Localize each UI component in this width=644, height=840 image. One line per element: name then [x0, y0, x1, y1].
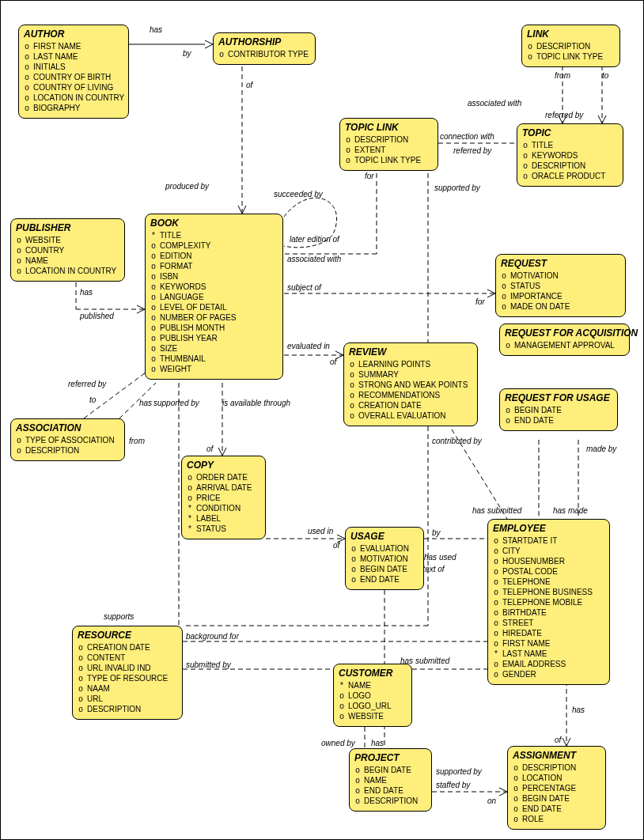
svg-text:on: on	[487, 796, 497, 805]
svg-line-7	[242, 206, 246, 214]
entity-attribute: oLEVEL OF DETAIL	[150, 302, 278, 312]
entity-attribute: oNAAM	[78, 683, 177, 694]
svg-text:for: for	[475, 297, 485, 306]
entity-copy: COPYoORDER DATEoARRIVAL DATEoPRICE*CONDI…	[181, 456, 266, 539]
svg-text:submitted by: submitted by	[186, 660, 232, 669]
entity-attribute: oARRIVAL DATE	[187, 482, 260, 493]
svg-text:has used: has used	[424, 553, 456, 562]
entity-attribute: oMOTIVATION	[501, 271, 620, 281]
svg-line-45	[335, 351, 343, 355]
entity-attribute: oLEARNING POINTS	[349, 359, 472, 369]
svg-line-18	[563, 115, 566, 123]
entity-attribute: oRECOMMENDATIONS	[349, 390, 472, 400]
entity-usage: USAGEoEVALUATIONoMOTIVATIONoBEGIN DATEoE…	[345, 527, 424, 590]
entity-request: REQUESToMOTIVATIONoSTATUSoIMPORTANCEoMAD…	[495, 254, 626, 317]
svg-text:by: by	[183, 49, 192, 58]
entity-attribute: oMADE ON DATE	[501, 301, 620, 312]
entity-attribute: oGENDER	[493, 669, 604, 679]
entity-attribute: oHOUSENUMBER	[493, 556, 604, 566]
entity-attribute: oDESCRIPTION	[527, 41, 615, 51]
entity-attribute: oTYPE OF ASSOCIATION	[16, 435, 119, 445]
svg-text:subject of: subject of	[287, 283, 322, 292]
svg-text:used in: used in	[308, 527, 334, 535]
svg-line-49	[84, 373, 146, 418]
entity-book: BOOK*TITLEoCOMPLEXITYoEDITIONoFORMAToISB…	[145, 214, 283, 380]
entity-attribute: oEND DATE	[350, 574, 419, 585]
entity-attribute: oKEYWORDS	[522, 150, 618, 161]
entity-review: REVIEWoLEARNING POINTSoSUMMARYoSTRONG AN…	[343, 342, 478, 426]
svg-line-20	[602, 115, 606, 123]
entity-attribute: oDESCRIPTION	[513, 762, 600, 773]
entity-attribute: oTHUMBNAIL	[150, 354, 278, 364]
entity-association: ASSOCIATIONoTYPE OF ASSOCIATIONoDESCRIPT…	[10, 418, 125, 461]
entity-attribute: oINITIALS	[24, 62, 123, 72]
entity-attribute: oBEGIN DATE	[513, 793, 600, 804]
entity-attribute: oPOSTAL CODE	[493, 566, 604, 577]
svg-line-63	[337, 535, 345, 539]
entity-attribute: oIMPORTANCE	[501, 291, 620, 301]
entity-attribute: oLOCATION IN COUNTRY	[16, 266, 119, 276]
svg-text:produced by: produced by	[165, 182, 210, 191]
svg-text:has: has	[80, 288, 93, 297]
svg-text:supported by: supported by	[434, 184, 481, 192]
entity-attribute: oURL INVALID IND	[78, 663, 177, 673]
svg-text:has made: has made	[553, 506, 588, 515]
entity-attribute: oLANGUAGE	[150, 292, 278, 302]
svg-line-94	[563, 738, 566, 746]
entity-title: USAGE	[350, 531, 419, 542]
entity-attribute: oLAST NAME	[24, 51, 123, 62]
entity-attribute: oCREATION DATE	[349, 400, 472, 411]
entity-attribute: oFORMAT	[150, 261, 278, 271]
svg-text:of: of	[330, 358, 338, 366]
entity-attribute: oPUBLISH MONTH	[150, 323, 278, 333]
entity-attribute: *STATUS	[187, 524, 260, 534]
svg-text:has: has	[371, 739, 384, 747]
entity-attribute: oTELEPHONE	[493, 577, 604, 587]
entity-attribute: oTOPIC LINK TYPE	[527, 51, 615, 62]
svg-line-19	[598, 115, 602, 123]
entity-attribute: oNAME	[16, 255, 119, 266]
entity-attribute: *TITLE	[150, 230, 278, 240]
entity-topic: TOPICoTITLEoKEYWORDSoDESCRIPTIONoORACLE …	[517, 123, 623, 187]
entity-attribute: oTYPE OF RESOURCE	[78, 673, 177, 683]
entity-attribute: oEXTENT	[345, 145, 433, 155]
entity-assignment: ASSIGNMENToDESCRIPTIONoLOCATIONoPERCENTA…	[507, 746, 606, 830]
svg-text:connection with: connection with	[440, 132, 494, 141]
entity-resource: RESOURCEoCREATION DATEoCONTENToURL INVAL…	[72, 626, 183, 720]
svg-line-2	[205, 44, 213, 48]
entity-attribute: *CONDITION	[187, 503, 260, 513]
entity-title: TOPIC	[522, 127, 618, 138]
entity-attribute: oKEYWORDS	[150, 282, 278, 292]
svg-line-36	[137, 309, 145, 313]
entity-title: LINK	[527, 28, 615, 40]
entity-requsage: REQUEST FOR USAGEoBEGIN DATEoEND DATE	[499, 388, 618, 431]
entity-authorship: AUTHORSHIPoCONTRIBUTOR TYPE	[213, 32, 316, 65]
entity-attribute: *LAST NAME	[493, 649, 604, 659]
entity-title: RESOURCE	[78, 630, 177, 641]
entity-attribute: *LABEL	[187, 513, 260, 524]
entity-attribute: oORACLE PRODUCT	[522, 171, 618, 181]
entity-employee: EMPLOYEEoSTARTDATE IToCITYoHOUSENUMBERoP…	[487, 519, 610, 685]
entity-attribute: oFIRST NAME	[493, 638, 604, 649]
entity-project: PROJECToBEGIN DATEoNAMEoEND DATEoDESCRIP…	[349, 748, 432, 812]
svg-text:succeeded by: succeeded by	[274, 190, 324, 199]
entity-publisher: PUBLISHERoWEBSITEoCOUNTRYoNAMEoLOCATION …	[10, 218, 125, 282]
svg-line-55	[218, 448, 222, 456]
entity-title: BOOK	[150, 218, 278, 229]
svg-text:associated with: associated with	[287, 255, 342, 263]
svg-text:made by: made by	[586, 445, 617, 453]
entity-attribute: oTELEPHONE MOBILE	[493, 597, 604, 607]
svg-line-1	[205, 40, 213, 44]
entity-attribute: oWEBSITE	[339, 711, 407, 721]
entity-attribute: oCREATION DATE	[78, 642, 177, 653]
entity-title: CUSTOMER	[339, 668, 407, 679]
entity-title: COPY	[187, 460, 260, 471]
entity-attribute: oEND DATE	[513, 804, 600, 814]
svg-text:contributed by: contributed by	[432, 437, 483, 445]
entity-attribute: oURL	[78, 694, 177, 704]
entity-attribute: oSIZE	[150, 343, 278, 354]
entity-attribute: oPRICE	[187, 493, 260, 503]
svg-line-56	[222, 448, 226, 456]
svg-line-72	[452, 429, 507, 519]
entity-attribute: oLOGO_URL	[339, 701, 407, 711]
